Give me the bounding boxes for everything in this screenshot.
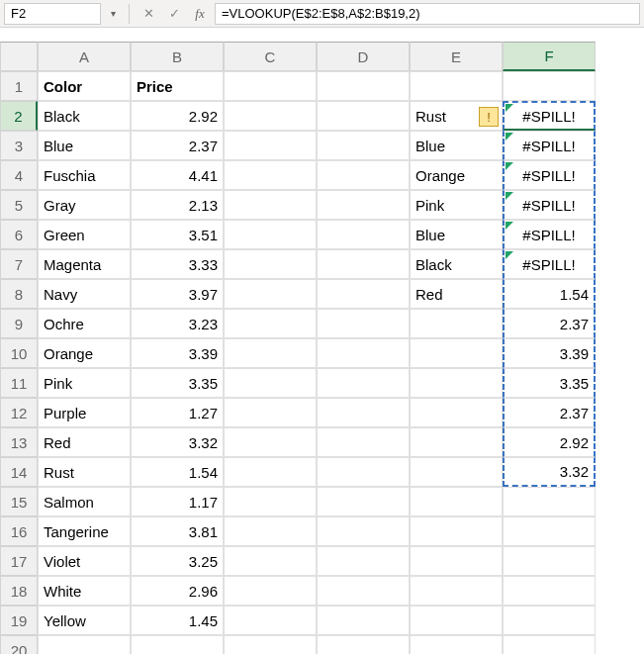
cell-E6[interactable]: Blue [410,220,503,249]
cell-A9[interactable]: Ochre [38,309,131,338]
cell-E5[interactable]: Pink [410,190,503,220]
cell-D3[interactable] [317,131,410,160]
cell-C20[interactable] [224,635,317,654]
cell-B11[interactable]: 3.35 [131,368,224,398]
cell-F6[interactable]: #SPILL! [503,220,596,249]
row-header-15[interactable]: 15 [0,487,38,516]
cell-B19[interactable]: 1.45 [131,606,224,635]
cancel-icon[interactable]: ✕ [138,3,159,25]
cell-A13[interactable]: Red [38,427,131,457]
row-header-7[interactable]: 7 [0,249,38,279]
cell-E13[interactable] [410,427,503,457]
row-header-18[interactable]: 18 [0,576,38,606]
cell-F3[interactable]: #SPILL! [503,131,596,160]
cell-D9[interactable] [317,309,410,338]
cell-F9[interactable]: 2.37 [503,309,596,338]
cell-D19[interactable] [317,606,410,635]
cell-E17[interactable] [410,546,503,576]
cell-E8[interactable]: Red [410,279,503,309]
row-header-19[interactable]: 19 [0,606,38,635]
cell-B5[interactable]: 2.13 [131,190,224,220]
cell-C17[interactable] [224,546,317,576]
cell-A19[interactable]: Yellow [38,606,131,635]
cell-F13[interactable]: 2.92 [503,427,596,457]
error-warning-icon[interactable]: ! [479,107,499,127]
cell-E9[interactable] [410,309,503,338]
cell-C19[interactable] [224,606,317,635]
cell-F7[interactable]: #SPILL! [503,249,596,279]
cell-D17[interactable] [317,546,410,576]
formula-input[interactable]: =VLOOKUP(E$2:E$8,A$2:B$19,2) [215,3,640,25]
cell-C1[interactable] [224,71,317,101]
row-header-9[interactable]: 9 [0,309,38,338]
cell-E1[interactable] [410,71,503,101]
cell-B12[interactable]: 1.27 [131,398,224,427]
cell-F19[interactable] [503,606,596,635]
cell-F8[interactable]: 1.54 [503,279,596,309]
row-header-10[interactable]: 10 [0,338,38,368]
cell-D1[interactable] [317,71,410,101]
cell-D4[interactable] [317,160,410,190]
cell-A2[interactable]: Black [38,101,131,131]
cell-C15[interactable] [224,487,317,516]
cell-F2[interactable]: ! #SPILL! [503,101,596,131]
cell-B3[interactable]: 2.37 [131,131,224,160]
row-header-14[interactable]: 14 [0,457,38,487]
name-box[interactable]: F2 [4,3,101,25]
cell-C9[interactable] [224,309,317,338]
select-all-corner[interactable] [0,42,38,71]
cell-E14[interactable] [410,457,503,487]
row-header-12[interactable]: 12 [0,398,38,427]
row-header-1[interactable]: 1 [0,71,38,101]
cell-A5[interactable]: Gray [38,190,131,220]
cell-D7[interactable] [317,249,410,279]
cell-C5[interactable] [224,190,317,220]
cell-B18[interactable]: 2.96 [131,576,224,606]
cell-C3[interactable] [224,131,317,160]
row-header-13[interactable]: 13 [0,427,38,457]
cell-B6[interactable]: 3.51 [131,220,224,249]
cell-C4[interactable] [224,160,317,190]
cell-F18[interactable] [503,576,596,606]
cell-A14[interactable]: Rust [38,457,131,487]
enter-icon[interactable]: ✓ [163,3,185,25]
col-header-F[interactable]: F [503,42,596,71]
cell-A12[interactable]: Purple [38,398,131,427]
cell-D16[interactable] [317,516,410,546]
cell-D18[interactable] [317,576,410,606]
cell-E15[interactable] [410,487,503,516]
cell-E3[interactable]: Blue [410,131,503,160]
cell-F1[interactable] [503,71,596,101]
col-header-E[interactable]: E [410,42,503,71]
cell-F4[interactable]: #SPILL! [503,160,596,190]
cell-D14[interactable] [317,457,410,487]
cell-F11[interactable]: 3.35 [503,368,596,398]
spreadsheet-grid[interactable]: A B C D E F 1 Color Price 2 Black 2.92 R… [0,42,644,654]
cell-C8[interactable] [224,279,317,309]
col-header-A[interactable]: A [38,42,131,71]
row-header-16[interactable]: 16 [0,516,38,546]
cell-C11[interactable] [224,368,317,398]
row-header-4[interactable]: 4 [0,160,38,190]
cell-D10[interactable] [317,338,410,368]
row-header-5[interactable]: 5 [0,190,38,220]
cell-B14[interactable]: 1.54 [131,457,224,487]
cell-D13[interactable] [317,427,410,457]
cell-C14[interactable] [224,457,317,487]
cell-D2[interactable] [317,101,410,131]
cell-A6[interactable]: Green [38,220,131,249]
cell-F15[interactable] [503,487,596,516]
cell-B15[interactable]: 1.17 [131,487,224,516]
cell-D20[interactable] [317,635,410,654]
cell-F16[interactable] [503,516,596,546]
cell-C13[interactable] [224,427,317,457]
cell-C7[interactable] [224,249,317,279]
cell-D12[interactable] [317,398,410,427]
row-header-6[interactable]: 6 [0,220,38,249]
cell-C18[interactable] [224,576,317,606]
cell-E16[interactable] [410,516,503,546]
cell-A15[interactable]: Salmon [38,487,131,516]
col-header-D[interactable]: D [317,42,410,71]
cell-B1[interactable]: Price [131,71,224,101]
cell-A1[interactable]: Color [38,71,131,101]
